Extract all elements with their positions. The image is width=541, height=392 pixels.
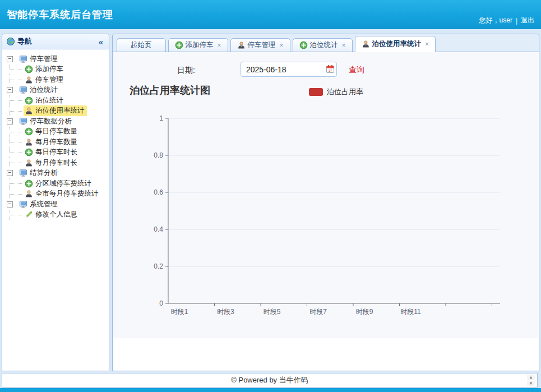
collapse-sidebar-button[interactable]: « (97, 38, 105, 46)
tab-3[interactable]: 泊位统计× (293, 38, 353, 52)
chart-page: 日期: 17 查询 泊位占用率统计图 泊位占用率 00.20.40.60.81时… (113, 52, 538, 338)
tree-collapse-icon[interactable]: − (7, 56, 13, 62)
tree-node-body: 每日停车时长 (24, 147, 80, 158)
sidebar-item-14[interactable]: −系统管理 (3, 199, 108, 210)
user-icon (25, 159, 33, 167)
sidebar-item-label: 停车数据分析 (30, 117, 72, 126)
tree-joint (3, 106, 24, 117)
sidebar-item-11[interactable]: −结算分析 (3, 168, 108, 179)
sidebar-item-6[interactable]: −停车数据分析 (3, 116, 108, 127)
user-icon (362, 40, 370, 48)
tree-node-body: 停车管理 (24, 75, 66, 85)
tab-bar: 起始页添加停车×停车管理×泊位统计×泊位使用率统计× (113, 34, 539, 52)
monitor-icon (19, 86, 27, 94)
user-icon (25, 138, 33, 146)
svg-text:时段9: 时段9 (356, 308, 373, 316)
sidebar-item-1[interactable]: 添加停车 (3, 64, 108, 75)
monitor-icon (19, 117, 27, 126)
tab-0[interactable]: 起始页 (117, 38, 166, 52)
monitor-icon (19, 169, 27, 177)
add-icon (25, 148, 33, 156)
tab-label: 停车管理 (248, 40, 276, 50)
tree-node-body: 分区域停车费统计 (24, 178, 94, 189)
chart-title: 泊位占用率统计图 (130, 84, 210, 97)
tab-label: 泊位使用率统计 (372, 39, 422, 49)
date-label: 日期: (177, 66, 195, 76)
sidebar-item-0[interactable]: −停车管理 (3, 54, 108, 64)
add-icon (25, 65, 33, 73)
sidebar-item-5[interactable]: 泊位使用率统计 (3, 106, 108, 117)
query-button[interactable]: 查询 (349, 65, 364, 75)
sidebar-item-10[interactable]: 每月停车时长 (3, 158, 108, 168)
bottom-accent-strip (0, 388, 541, 392)
svg-text:0: 0 (159, 299, 163, 307)
sidebar-item-label: 停车管理 (35, 75, 63, 85)
svg-text:0.2: 0.2 (154, 262, 163, 270)
monitor-icon (19, 200, 27, 209)
sidebar-item-label: 全市每月停车费统计 (35, 189, 99, 199)
svg-text:1: 1 (159, 114, 163, 122)
main-panel: 起始页添加停车×停车管理×泊位统计×泊位使用率统计× 日期: 17 查询 泊位占… (112, 34, 539, 371)
tree-node-body: 每月停车时长 (24, 158, 80, 168)
sidebar-item-label: 修改个人信息 (35, 210, 77, 219)
tree-joint (3, 147, 24, 158)
sidebar-item-15[interactable]: 修改个人信息 (3, 210, 108, 220)
date-input[interactable] (241, 62, 337, 77)
tab-4[interactable]: 泊位使用率统计× (355, 36, 436, 52)
footer-scrollbar: ▲ ▼ (527, 375, 535, 386)
footer-bar: © Powered by 当牛作码 ▲ ▼ (2, 373, 538, 388)
sidebar-item-7[interactable]: 每日停车数量 (3, 127, 108, 137)
tree-collapse-icon[interactable]: − (7, 87, 13, 93)
sidebar-item-8[interactable]: 每月停车数量 (3, 137, 108, 147)
tab-2[interactable]: 停车管理× (230, 38, 290, 52)
monitor-icon (19, 55, 27, 63)
nav-panel-title: 导航 (17, 36, 97, 47)
scroll-down-icon[interactable]: ▼ (527, 381, 535, 386)
tree-joint (3, 189, 24, 200)
close-icon[interactable]: × (218, 41, 221, 49)
user-greeting: 您好，user (479, 16, 512, 25)
close-icon[interactable]: × (342, 41, 346, 49)
tree-node-body: 泊位统计 (18, 85, 60, 95)
user-box: 您好，user | 退出 (479, 16, 534, 29)
sidebar-item-label: 泊位统计 (30, 85, 58, 95)
app-header: 智能停车系统后台管理 您好，user | 退出 (0, 0, 541, 29)
add-icon (25, 96, 33, 105)
user-separator: | (516, 17, 517, 25)
tab-1[interactable]: 添加停车× (168, 38, 228, 52)
svg-text:时段3: 时段3 (217, 308, 234, 316)
sidebar-item-9[interactable]: 每日停车时长 (3, 147, 108, 158)
nav-tree: −停车管理添加停车停车管理−泊位统计泊位统计泊位使用率统计−停车数据分析每日停车… (2, 49, 109, 220)
close-icon[interactable]: × (280, 41, 284, 49)
tree-node-body: 泊位统计 (24, 95, 66, 106)
sidebar-item-12[interactable]: 分区域停车费统计 (3, 178, 108, 189)
close-icon[interactable]: × (425, 40, 429, 48)
tree-collapse-icon[interactable]: − (7, 170, 13, 176)
tree-joint (3, 64, 24, 75)
sidebar-item-2[interactable]: 停车管理 (3, 75, 108, 85)
sidebar-item-3[interactable]: −泊位统计 (3, 85, 108, 96)
sidebar-item-13[interactable]: 全市每月停车费统计 (3, 189, 108, 200)
tree-collapse-icon[interactable]: − (7, 118, 13, 124)
calendar-icon[interactable]: 17 (326, 64, 335, 73)
tree-joint (3, 95, 24, 106)
scroll-up-icon[interactable]: ▲ (527, 375, 535, 380)
legend-label: 泊位占用率 (327, 87, 363, 97)
pencil-icon (25, 210, 33, 219)
sidebar-item-label: 添加停车 (35, 64, 63, 74)
logout-link[interactable]: 退出 (521, 16, 534, 25)
sidebar-item-label: 泊位使用率统计 (35, 106, 85, 116)
chart-legend[interactable]: 泊位占用率 (309, 87, 363, 97)
svg-text:17: 17 (329, 69, 332, 72)
app-title: 智能停车系统后台管理 (7, 8, 113, 21)
sidebar-item-label: 停车管理 (30, 54, 58, 64)
user-icon (25, 76, 33, 84)
tab-label: 泊位统计 (310, 40, 338, 50)
add-icon (299, 41, 308, 49)
sidebar-item-label: 分区域停车费统计 (35, 179, 91, 188)
tree-joint (3, 75, 24, 85)
sidebar-item-4[interactable]: 泊位统计 (3, 95, 108, 106)
tree-node-body: 系统管理 (18, 199, 60, 210)
tree-collapse-icon[interactable]: − (7, 201, 13, 207)
tree-joint (3, 158, 24, 168)
